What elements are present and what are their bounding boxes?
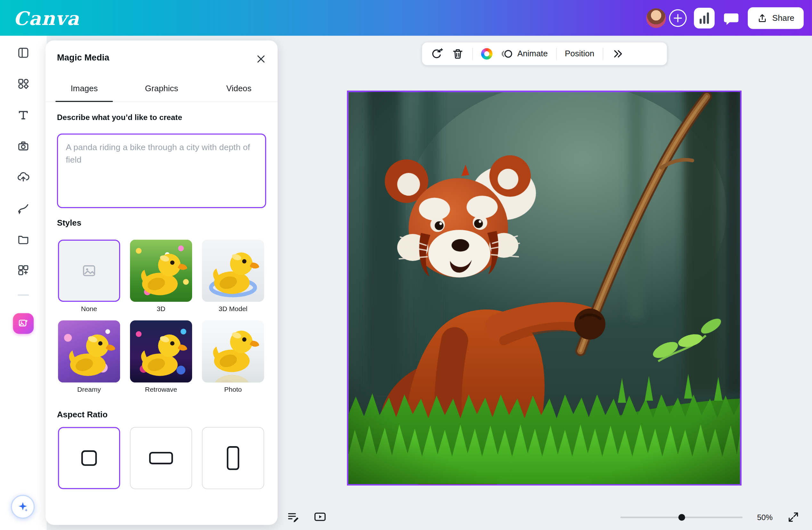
magic-media-panel: Magic Media Images Graphics Videos Descr… [45, 40, 278, 525]
style-option-none[interactable]: None [58, 240, 120, 313]
chat-button[interactable] [722, 9, 741, 27]
selected-generated-image[interactable] [347, 91, 742, 486]
style-option-dreamy[interactable]: Dreamy [58, 320, 120, 393]
tab-videos[interactable]: Videos [200, 78, 278, 101]
zoom-slider[interactable] [621, 510, 743, 524]
upload-icon [757, 13, 768, 23]
animate-label: Animate [518, 49, 548, 59]
style-label: Dreamy [58, 386, 120, 393]
plus-icon [673, 13, 683, 23]
share-label: Share [772, 13, 794, 23]
style-option-3d-model[interactable]: 3D Model [202, 240, 264, 313]
uploads-icon [17, 170, 30, 184]
style-option-3d[interactable]: 3D [130, 240, 192, 313]
style-option-retrowave[interactable]: Retrowave [130, 320, 192, 393]
style-label: 3D [130, 305, 192, 313]
tab-images[interactable]: Images [45, 78, 123, 101]
sidebar-item-projects[interactable] [17, 232, 30, 246]
sidebar-item-apps[interactable] [17, 263, 30, 277]
elements-icon [17, 77, 30, 91]
assistant-button[interactable] [11, 495, 34, 518]
left-sidebar [0, 36, 47, 530]
sidebar-item-magic-media[interactable] [13, 313, 34, 334]
aspect-portrait-option[interactable] [202, 427, 264, 489]
regenerate-button[interactable] [430, 47, 443, 60]
style-label: Retrowave [130, 386, 192, 393]
panel-title: Magic Media [57, 53, 109, 63]
fullscreen-button[interactable] [787, 511, 799, 523]
duck-3d-thumbnail [130, 240, 192, 302]
style-label: 3D Model [202, 305, 264, 313]
animate-button[interactable]: Animate [501, 48, 548, 60]
sidebar-item-text[interactable] [17, 108, 30, 122]
canva-logo[interactable]: Canva [13, 7, 79, 29]
sidebar-item-brand[interactable] [17, 139, 30, 153]
top-header: Canva Share [0, 0, 812, 36]
projects-icon [17, 232, 30, 246]
insights-button[interactable] [694, 8, 715, 28]
sidebar-item-elements[interactable] [17, 77, 30, 91]
add-member-button[interactable] [669, 9, 687, 27]
styles-heading: Styles [57, 219, 81, 228]
duck-photo-thumbnail [202, 320, 264, 382]
expand-icon [787, 511, 799, 523]
duck-retrowave-thumbnail [130, 320, 192, 382]
aspect-ratio-options [58, 427, 264, 489]
sidebar-item-draw[interactable] [17, 201, 30, 215]
trash-icon [451, 48, 464, 60]
zoom-controls: 50% [621, 510, 800, 524]
delete-button[interactable] [451, 48, 464, 60]
aspect-landscape-icon [149, 452, 173, 465]
prompt-input[interactable] [57, 133, 266, 208]
app-window: Canva Share [0, 0, 812, 530]
zoom-knob[interactable] [679, 514, 685, 521]
tab-graphics[interactable]: Graphics [123, 78, 200, 101]
color-wheel-button[interactable] [481, 48, 492, 60]
prompt-label: Describe what you’d like to create [57, 113, 182, 122]
insights-icon [700, 18, 701, 24]
chat-icon [722, 9, 741, 27]
red-panda-image [348, 92, 740, 484]
close-button[interactable] [253, 52, 268, 66]
presentation-icon [313, 511, 327, 524]
user-avatar[interactable] [647, 8, 666, 28]
design-icon [17, 46, 30, 60]
share-button[interactable]: Share [748, 7, 804, 29]
selection-toolbar: Animate Position [422, 43, 667, 65]
apps-icon [17, 263, 30, 277]
style-label: Photo [202, 386, 264, 393]
sidebar-item-uploads[interactable] [17, 170, 30, 184]
sparkle-icon [17, 501, 29, 513]
sidebar-divider [18, 294, 29, 295]
close-icon [256, 54, 266, 64]
aspect-landscape-option[interactable] [130, 427, 192, 489]
aspect-portrait-icon [227, 446, 239, 470]
animate-icon [501, 48, 513, 60]
sidebar-item-design[interactable] [17, 46, 30, 60]
style-label: None [58, 305, 120, 313]
media-type-tabs: Images Graphics Videos [45, 78, 278, 102]
duck-dreamy-thumbnail [58, 320, 120, 382]
aspect-square-option[interactable] [58, 427, 120, 489]
styles-grid: None 3D 3D Model Dreamy [58, 240, 265, 393]
magic-media-icon [18, 318, 29, 329]
more-options-button[interactable] [611, 48, 624, 60]
regenerate-icon [430, 47, 443, 60]
draw-icon [17, 201, 30, 215]
duck-3d-model-thumbnail [202, 240, 264, 302]
double-chevron-right-icon [611, 48, 624, 60]
aspect-square-icon [81, 450, 97, 466]
present-button[interactable] [313, 510, 327, 524]
notes-icon [286, 511, 300, 524]
image-placeholder-icon [81, 263, 97, 279]
style-option-photo[interactable]: Photo [202, 320, 264, 393]
brand-icon [17, 139, 30, 153]
aspect-ratio-heading: Aspect Ratio [57, 410, 107, 419]
notes-button[interactable] [286, 510, 300, 524]
page-tools [286, 510, 327, 524]
text-icon [17, 108, 30, 122]
zoom-level[interactable]: 50% [755, 513, 774, 521]
position-button[interactable]: Position [565, 49, 594, 59]
